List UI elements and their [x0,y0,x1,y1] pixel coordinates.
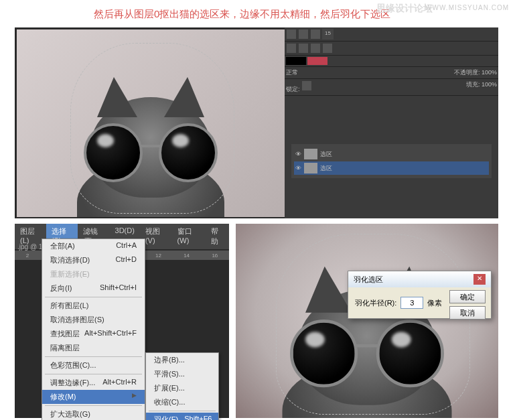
right-panels: 15 正常 不透明度: 100% 锁定: 填充: 100% 👁选区 👁选区 [285,27,498,218]
close-icon[interactable]: ✕ [473,274,486,285]
submenu-item[interactable]: 收缩(C)... [146,395,218,409]
panel-icon[interactable] [287,29,296,39]
color-swatch[interactable] [307,57,327,65]
watermark-forum: 思缘设计论坛 [376,3,433,15]
submenu-item[interactable]: 边界(B)... [146,353,218,367]
panel-icon[interactable] [287,44,296,53]
ok-button[interactable]: 确定 [449,290,486,303]
layer-row[interactable]: 👁选区 [294,147,489,161]
modify-submenu: 边界(B)...平滑(S)...扩展(E)...收缩(C)...羽化(F)...… [145,352,219,420]
menu-item[interactable]: 修改(M)▶ [42,390,145,404]
menu-window[interactable]: 窗口(W) [172,224,206,249]
feather-dialog: 羽化选区 ✕ 羽化半径(R): 像素 确定 取消 [348,271,492,319]
feather-unit: 像素 [427,298,442,308]
feather-radius-input[interactable] [400,297,423,309]
eye-icon[interactable]: 👁 [295,165,301,171]
dialog-title-text: 羽化选区 [354,275,383,285]
color-swatch[interactable] [286,57,306,65]
menu-item[interactable]: 重新选择(E) [42,267,145,281]
layer-name: 选区 [320,164,332,173]
menu-item[interactable]: 查找图层Alt+Shift+Ctrl+F [42,327,145,341]
submenu-item[interactable]: 羽化(F)...Shift+F6 [146,413,218,420]
opacity-label: 不透明度 [454,69,478,76]
lock-icon[interactable] [302,81,311,90]
cancel-button[interactable]: 取消 [449,306,486,320]
selection-marquee [70,43,234,214]
submenu-item[interactable]: 扩展(E)... [146,381,218,395]
menu-item[interactable]: 扩大选取(G) [42,407,145,420]
menu-item[interactable]: 取消选择(D)Ctrl+D [42,253,145,267]
layer-thumb [304,163,317,173]
menu-item[interactable]: 色彩范围(C)... [42,358,145,372]
panel-icon[interactable] [311,29,320,39]
layer-thumb [304,149,317,159]
opacity-value[interactable]: 100% [482,69,497,76]
panel-icon[interactable] [299,29,308,39]
panel-icon[interactable] [299,44,308,53]
fill-value[interactable]: 100% [482,81,497,88]
eye-icon[interactable]: 👁 [295,151,301,157]
canvas-area[interactable] [17,29,285,217]
menu-item[interactable]: 隔离图层 [42,341,145,355]
select-dropdown: 全部(A)Ctrl+A取消选择(D)Ctrl+D重新选择(E)反向(I)Shif… [42,238,145,420]
menu-item[interactable]: 全部(A)Ctrl+A [42,239,145,253]
menu-item[interactable]: 取消选择图层(S) [42,313,145,327]
panel-icon[interactable] [323,44,332,53]
selection-marquee [276,234,470,415]
blend-mode[interactable]: 正常 [286,68,298,77]
layer-row[interactable]: 👁选区 [294,161,489,175]
menu-help[interactable]: 帮助 [206,224,229,249]
layer-name: 选区 [320,150,332,159]
lock-label: 锁定 [286,86,298,92]
menu-item[interactable]: 反向(I)Shift+Ctrl+I [42,281,145,295]
watermark-url: WWW.MISSYUAN.COM [425,4,509,11]
menu-item[interactable]: 所有图层(L) [42,299,145,313]
canvas-feather[interactable]: 羽化选区 ✕ 羽化半径(R): 像素 确定 取消 [236,224,498,418]
submenu-item[interactable]: 平滑(S)... [146,367,218,381]
feather-radius-label: 羽化半径(R): [355,298,396,308]
top-screenshot: 15 正常 不透明度: 100% 锁定: 填充: 100% 👁选区 👁选区 [15,27,498,218]
fill-label: 填充 [466,81,478,88]
panel-icon[interactable] [311,44,320,53]
menu-item[interactable]: 调整边缘(F)...Alt+Ctrl+R [42,376,145,390]
menu-screenshot: 图层(L) 选择(S) 滤镜(T) 3D(D) 视图(V) 窗口(W) 帮助 .… [15,224,229,418]
layers-panel: 👁选区 👁选区 [291,144,492,178]
